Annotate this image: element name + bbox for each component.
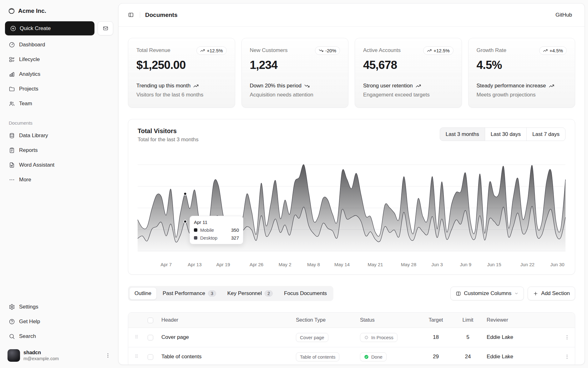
mobile-swatch bbox=[194, 228, 197, 232]
report-icon bbox=[9, 147, 15, 153]
x-axis-label: Jun 9 bbox=[460, 262, 471, 267]
sidebar-item-search[interactable]: Search bbox=[5, 329, 113, 344]
chart-subtitle: Total for the last 3 months bbox=[138, 137, 199, 143]
range-last-3-months[interactable]: Last 3 months bbox=[440, 127, 485, 141]
chart-tooltip: Apr 11 Mobile 350 Desktop 327 bbox=[190, 216, 243, 244]
mail-icon bbox=[103, 25, 109, 31]
x-axis-label: Apr 19 bbox=[216, 262, 230, 267]
user-menu[interactable]: shadcn m@example.com bbox=[5, 347, 113, 364]
visitors-card: Total Visitors Total for the last 3 mont… bbox=[128, 119, 575, 275]
sidebar-item-data-library[interactable]: Data Library bbox=[5, 128, 113, 143]
x-axis-label: Jun 22 bbox=[520, 262, 535, 267]
main-panel: Documents GitHub Total Revenue +12.5% $1… bbox=[118, 3, 585, 365]
trending-up-icon bbox=[193, 83, 199, 89]
page-title: Documents bbox=[145, 12, 177, 18]
target-cell[interactable]: 18 bbox=[419, 328, 452, 347]
panel-left-icon bbox=[128, 12, 134, 18]
stat-label: New Customers bbox=[250, 46, 288, 54]
stat-label: Active Accounts bbox=[363, 46, 401, 54]
trending-down-icon bbox=[319, 48, 323, 53]
drag-handle-icon[interactable] bbox=[134, 334, 139, 340]
tab-past-performance[interactable]: Past Performance3 bbox=[157, 287, 221, 300]
x-axis: Apr 7Apr 13Apr 19Apr 26May 2May 8May 14M… bbox=[138, 259, 565, 269]
sidebar-spacer bbox=[5, 187, 113, 298]
customize-columns-button[interactable]: Customize Columns bbox=[450, 287, 524, 300]
tab-count-badge: 3 bbox=[208, 290, 216, 297]
trending-up-icon bbox=[549, 83, 554, 89]
actions-column-header bbox=[559, 313, 575, 328]
sidebar-item-analytics[interactable]: Analytics bbox=[5, 67, 113, 81]
sidebar-item-settings[interactable]: Settings bbox=[5, 299, 113, 314]
x-axis-label: Apr 26 bbox=[250, 262, 263, 267]
dashboard-icon bbox=[9, 42, 15, 48]
trending-up-icon bbox=[200, 48, 205, 53]
database-icon bbox=[9, 132, 15, 139]
tab-focus-documents[interactable]: Focus Documents bbox=[279, 287, 332, 300]
row-checkbox[interactable] bbox=[148, 335, 153, 340]
limit-cell[interactable]: 5 bbox=[452, 328, 484, 347]
column-header: Section Type bbox=[293, 313, 357, 328]
users-icon bbox=[9, 101, 15, 107]
header-cell[interactable]: Cover page bbox=[158, 328, 293, 347]
stat-footer-sub: Acquisition needs attention bbox=[250, 92, 340, 98]
sidebar-toggle-button[interactable] bbox=[125, 9, 137, 21]
loader-icon bbox=[364, 335, 369, 340]
sidebar-item-projects[interactable]: Projects bbox=[5, 81, 113, 96]
select-column-header bbox=[144, 313, 158, 328]
dots-vertical-icon bbox=[564, 334, 570, 340]
sidebar-item-more[interactable]: More bbox=[5, 172, 113, 187]
select-all-checkbox[interactable] bbox=[148, 318, 153, 323]
section-type-badge: Table of contents bbox=[296, 352, 339, 361]
quick-create-button[interactable]: Quick Create bbox=[5, 21, 94, 35]
gear-icon bbox=[9, 304, 15, 310]
visitors-area-chart[interactable]: Apr 11 Mobile 350 Desktop 327 bbox=[138, 152, 565, 259]
user-name: shadcn bbox=[23, 350, 59, 355]
column-header: Target bbox=[419, 313, 452, 328]
acme-logo-icon bbox=[8, 8, 15, 14]
stat-footer-sub: Meets growth projections bbox=[477, 92, 567, 98]
stat-value: 45,678 bbox=[363, 59, 454, 72]
dots-vertical-icon bbox=[564, 354, 570, 360]
row-actions-button[interactable] bbox=[562, 332, 572, 343]
tab-key-personnel[interactable]: Key Personnel2 bbox=[222, 287, 278, 300]
add-section-button[interactable]: Add Section bbox=[528, 287, 575, 300]
stat-card-growth-rate: Growth Rate +4.5% 4.5% Steady performanc… bbox=[468, 38, 575, 108]
reviewer-cell[interactable]: Eddie Lake bbox=[484, 328, 559, 347]
tab-outline[interactable]: Outline bbox=[129, 287, 157, 300]
sidebar-item-dashboard[interactable]: Dashboard bbox=[5, 37, 113, 52]
drag-handle-icon[interactable] bbox=[134, 353, 139, 359]
stat-card-active-accounts: Active Accounts +12.5% 45,678 Strong use… bbox=[355, 38, 462, 108]
inbox-button[interactable] bbox=[98, 21, 113, 35]
columns-icon bbox=[456, 291, 461, 296]
range-last-30-days[interactable]: Last 30 days bbox=[485, 127, 527, 141]
row-actions-button[interactable] bbox=[562, 351, 572, 362]
header-cell[interactable]: Table of contents bbox=[158, 347, 293, 365]
trend-badge: +12.5% bbox=[423, 46, 453, 55]
trending-up-icon bbox=[543, 48, 548, 53]
column-header: Limit bbox=[452, 313, 484, 328]
desktop-swatch bbox=[194, 236, 197, 240]
sidebar-item-get-help[interactable]: Get Help bbox=[5, 314, 113, 329]
lifecycle-icon bbox=[9, 56, 15, 63]
github-link[interactable]: GitHub bbox=[552, 9, 576, 21]
site-header: Documents GitHub bbox=[119, 3, 585, 27]
sidebar-item-team[interactable]: Team bbox=[5, 96, 113, 111]
stat-label: Growth Rate bbox=[477, 46, 506, 54]
reviewer-cell[interactable]: Eddie Lake bbox=[484, 347, 559, 365]
brand-button[interactable]: Acme Inc. bbox=[5, 4, 113, 18]
plus-icon bbox=[533, 291, 538, 296]
table-row: Cover page Cover page In Process 18 5 Ed… bbox=[128, 328, 575, 347]
row-checkbox[interactable] bbox=[148, 354, 153, 360]
word-file-icon bbox=[9, 162, 15, 168]
limit-cell[interactable]: 24 bbox=[452, 347, 484, 365]
range-last-7-days[interactable]: Last 7 days bbox=[526, 127, 565, 141]
section-tabs: Outline Past Performance3 Key Personnel2… bbox=[128, 286, 333, 301]
sidebar-item-word-assistant[interactable]: Word Assistant bbox=[5, 158, 113, 172]
tooltip-date: Apr 11 bbox=[194, 220, 239, 225]
user-meta: shadcn m@example.com bbox=[23, 350, 59, 361]
sidebar-item-reports[interactable]: Reports bbox=[5, 143, 113, 158]
sidebar-item-lifecycle[interactable]: Lifecycle bbox=[5, 52, 113, 67]
stat-footer-title: Strong user retention bbox=[363, 82, 454, 89]
target-cell[interactable]: 29 bbox=[419, 347, 452, 365]
tab-count-badge: 2 bbox=[265, 290, 273, 297]
